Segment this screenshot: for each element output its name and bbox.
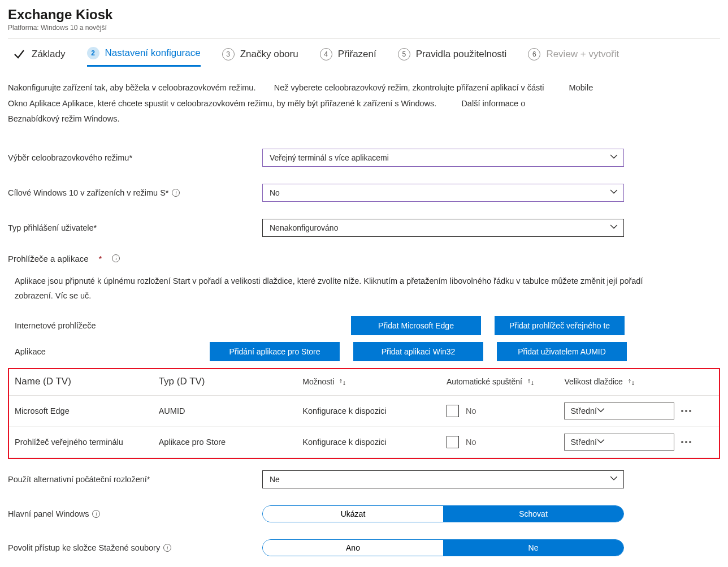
chevron-down-icon (597, 406, 605, 416)
sort-icon (339, 378, 346, 386)
step-label: Nastavení konfigurace (105, 47, 201, 59)
desc-text: Okno Aplikace Aplikace, které chcete spu… (8, 99, 436, 108)
cell-type: AUMID (153, 396, 297, 427)
apps-row-label: Aplikace (15, 347, 210, 356)
step-scope-tags[interactable]: 3 Značky oboru (222, 48, 298, 66)
check-icon (12, 47, 26, 61)
alt-layout-select[interactable]: Ne (262, 470, 624, 488)
sort-icon (527, 378, 535, 386)
cell-name: Microsoft Edge (9, 396, 153, 427)
chevron-down-icon (610, 223, 618, 232)
select-value: Nenakonfigurováno (270, 223, 338, 232)
select-value: No (270, 188, 280, 197)
autolaunch-value: No (466, 438, 476, 447)
desc-text: Než vyberete celoobrazovkový režim, zkon… (274, 83, 544, 92)
browsers-apps-desc: Aplikace jsou připnuté k úplnému rozlože… (8, 263, 675, 304)
add-aumid-button[interactable]: Přidat uživatelem AUMID (497, 342, 627, 361)
description: Nakonfigurujte zařízení tak, aby běžela … (8, 67, 720, 132)
apps-table: Name (D TV) Typ (D TV) Možnosti Automati… (9, 369, 719, 458)
autolaunch-checkbox[interactable] (447, 405, 459, 417)
tile-size-select[interactable]: Střední (564, 434, 674, 451)
cell-type: Aplikace pro Store (153, 427, 297, 458)
autolaunch-checkbox[interactable] (447, 436, 459, 448)
select-value: Ne (270, 475, 280, 484)
step-label: Pravidla použitelnosti (416, 49, 507, 60)
downloads-no-button[interactable]: Ne (443, 540, 623, 556)
alt-layout-label: Použít alternativní počáteční rozložení* (8, 475, 262, 484)
info-icon[interactable]: i (92, 510, 100, 518)
chevron-down-icon (610, 188, 618, 197)
step-number: 2 (87, 47, 99, 59)
autolaunch-value: No (466, 406, 476, 415)
info-icon[interactable]: i (163, 544, 171, 552)
taskbar-toggle: Ukázat Schovat (262, 505, 624, 522)
table-row[interactable]: Microsoft Edge AUMID Konfigurace k dispo… (9, 396, 719, 427)
tile-size-select[interactable]: Střední (564, 402, 674, 419)
step-config[interactable]: 2 Nastavení konfigurace (87, 47, 201, 67)
downloads-label: Povolit přístup ke složce Stažené soubor… (8, 543, 262, 552)
cell-options: Konfigurace k dispozici (297, 427, 441, 458)
kiosk-mode-label: Výběr celoobrazovkového režimu* (8, 153, 262, 162)
add-kiosk-browser-button[interactable]: Přidat prohlížeč veřejného te (495, 316, 625, 335)
more-info-link[interactable]: Další informace o (461, 99, 525, 108)
step-number: 6 (528, 48, 540, 60)
row-more-button[interactable] (681, 410, 691, 412)
th-tile[interactable]: Velikost dlaždice (558, 369, 719, 396)
select-value: Střední (570, 406, 597, 415)
step-assignments[interactable]: 4 Přiřazení (320, 48, 376, 66)
chevron-down-icon (610, 153, 618, 162)
desc-text: Beznabídkový režim Windows. (8, 114, 119, 123)
browsers-apps-heading: Prohlížeče a aplikace * i (8, 254, 720, 263)
add-win32-app-button[interactable]: Přidat aplikaci Win32 (353, 342, 483, 361)
step-number: 4 (320, 48, 332, 60)
step-basics[interactable]: Základy (12, 47, 66, 67)
taskbar-show-button[interactable]: Ukázat (263, 506, 443, 522)
apps-table-highlight: Name (D TV) Typ (D TV) Možnosti Automati… (8, 368, 720, 459)
step-label: Review + vytvořit (546, 49, 619, 60)
select-value: Střední (570, 438, 597, 447)
step-review[interactable]: 6 Review + vytvořit (528, 48, 619, 66)
logon-type-label: Typ přihlášení uživatele* (8, 223, 262, 232)
desc-text: Nakonfigurujte zařízení tak, aby běžela … (8, 83, 255, 92)
chevron-down-icon (597, 438, 605, 447)
add-edge-button[interactable]: Přidat Microsoft Edge (351, 316, 481, 335)
step-label: Základy (32, 49, 66, 60)
downloads-yes-button[interactable]: Ano (263, 540, 443, 556)
kiosk-mode-select[interactable]: Veřejný terminál s více aplikacemi (262, 149, 624, 167)
step-label: Značky oboru (240, 49, 298, 60)
th-name[interactable]: Name (D TV) (9, 369, 153, 396)
logon-type-select[interactable]: Nenakonfigurováno (262, 219, 624, 237)
wizard-steps: Základy 2 Nastavení konfigurace 3 Značky… (8, 39, 720, 67)
cell-options: Konfigurace k dispozici (297, 396, 441, 427)
page-title: Exchange Kiosk (8, 7, 720, 23)
required-star: * (99, 254, 102, 263)
target-s-label: Cílové Windows 10 v zařízeních v režimu … (8, 188, 262, 197)
th-type[interactable]: Typ (D TV) (153, 369, 297, 396)
cell-name: Prohlížeč veřejného terminálu (9, 427, 153, 458)
platform-subtitle: Platforma: Windows 10 a novější (8, 24, 720, 32)
taskbar-hide-button[interactable]: Schovat (443, 506, 623, 522)
th-options[interactable]: Možnosti (297, 369, 441, 396)
th-autolaunch[interactable]: Automatické spuštění (441, 369, 558, 396)
browsers-row-label: Internetové prohlížeče (15, 321, 210, 330)
downloads-toggle: Ano Ne (262, 539, 624, 556)
taskbar-label: Hlavní panel Windows i (8, 509, 262, 518)
sort-icon (627, 378, 635, 386)
step-applicability[interactable]: 5 Pravidla použitelnosti (398, 48, 507, 66)
chevron-down-icon (610, 475, 618, 484)
row-more-button[interactable] (681, 441, 691, 443)
target-s-select[interactable]: No (262, 184, 624, 202)
select-value: Veřejný terminál s více aplikacemi (270, 153, 389, 162)
info-icon[interactable]: i (112, 254, 120, 262)
add-store-app-button[interactable]: Přidání aplikace pro Store (210, 342, 340, 361)
step-label: Přiřazení (338, 49, 376, 60)
step-number: 3 (222, 48, 235, 60)
table-row[interactable]: Prohlížeč veřejného terminálu Aplikace p… (9, 427, 719, 458)
step-number: 5 (398, 48, 410, 60)
info-icon[interactable]: i (172, 189, 180, 197)
desc-text: Mobile (569, 83, 593, 92)
